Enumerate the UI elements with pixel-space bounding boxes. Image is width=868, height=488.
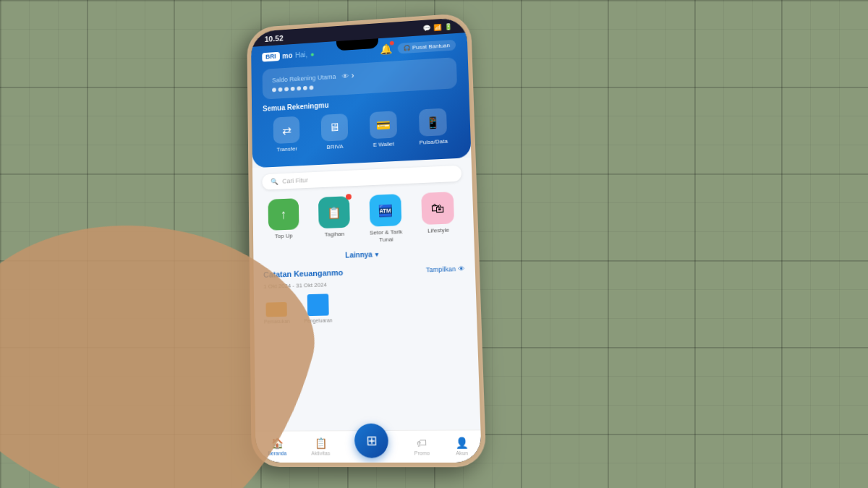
feature-setor[interactable]: 🏧 Setor & Tarik Tunai xyxy=(364,194,408,244)
balance-dot xyxy=(303,86,307,90)
search-placeholder: Cari Fitur xyxy=(282,176,308,184)
pulsa-label: Pulsa/Data xyxy=(420,138,448,146)
tagihan-label: Tagihan xyxy=(325,231,345,238)
promo-icon: 🏷 xyxy=(417,437,427,449)
user-status-dot: ● xyxy=(310,50,315,58)
help-label: Pusat Bantuan xyxy=(412,42,450,51)
activity-icon: 📋 xyxy=(314,437,326,450)
nav-aktivitas[interactable]: 📋 Aktivitas xyxy=(311,437,331,458)
header-section: BRI mo Hai, ● 🔔 xyxy=(251,33,471,168)
signal-icon: 📶 xyxy=(433,24,441,31)
eye-icon[interactable]: 👁 xyxy=(341,72,349,80)
lainnya-button[interactable]: Lainnya ▾ xyxy=(263,247,464,262)
bottom-navigation: 🏠 Beranda 📋 Aktivitas ⊞ xyxy=(255,429,482,463)
date-range: 1 Okt 2024 - 31 Okt 2024 xyxy=(263,278,465,290)
pulsa-icon: 📱 xyxy=(419,108,447,136)
chevron-down-icon: ▾ xyxy=(375,250,379,258)
qr-icon: ⊞ xyxy=(366,432,378,449)
ewallet-label: E Wallet xyxy=(373,141,394,148)
action-pulsa[interactable]: 📱 Pulsa/Data xyxy=(418,108,448,145)
lifestyle-symbol: 🛍 xyxy=(431,200,445,216)
feature-lifestyle[interactable]: 🛍 Lifestyle xyxy=(415,192,461,242)
setor-icon: 🏧 xyxy=(370,194,402,226)
balance-dot xyxy=(310,85,314,90)
balance-dot xyxy=(284,87,289,91)
action-briva[interactable]: 🖥 BRIVA xyxy=(321,114,349,150)
scene: 10.52 💬 📶 🔋 BRI xyxy=(0,0,868,488)
nav-qr[interactable]: ⊞ xyxy=(354,437,388,458)
balance-dot xyxy=(272,87,276,92)
atm-symbol: 🏧 xyxy=(378,203,393,218)
nav-aktivitas-label: Aktivitas xyxy=(311,450,330,455)
setor-label: Setor & Tarik Tunai xyxy=(365,228,408,244)
help-center-button[interactable]: 🎧 Pusat Bantuan xyxy=(397,39,456,53)
notification-button[interactable]: 🔔 xyxy=(380,43,392,55)
topup-label: Top Up xyxy=(275,233,293,240)
transfer-label: Transfer xyxy=(277,145,297,153)
greeting-text: Hai, xyxy=(295,51,307,59)
eye-small-icon: 👁 xyxy=(458,265,465,273)
balance-dot xyxy=(278,87,283,92)
account-icon: 👤 xyxy=(455,437,468,449)
feature-grid: ↑ Top Up 📋 Tagihan xyxy=(263,192,464,247)
lifestyle-label: Lifestyle xyxy=(427,227,449,235)
app-logo: BRI mo Hai, ● xyxy=(262,49,315,61)
catatan-header: Catatan Keuanganmo Tampilkan 👁 xyxy=(263,265,465,279)
search-bar[interactable]: 🔍 Cari Fitur xyxy=(262,166,461,190)
action-ewallet[interactable]: 💳 E Wallet xyxy=(370,111,398,148)
lainnya-label: Lainnya xyxy=(345,251,373,260)
battery-icon: 🔋 xyxy=(444,23,452,30)
feature-topup[interactable]: ↑ Top Up xyxy=(263,198,305,247)
balance-arrow[interactable]: › xyxy=(352,71,354,81)
search-icon: 🔍 xyxy=(271,178,278,185)
notification-badge xyxy=(389,41,393,46)
headset-icon: 🎧 xyxy=(403,44,410,51)
topup-arrow: ↑ xyxy=(280,207,286,222)
nav-akun-label: Akun xyxy=(456,450,468,455)
action-transfer[interactable]: ⇄ Transfer xyxy=(273,116,300,153)
chat-icon: 💬 xyxy=(422,25,430,32)
feature-tagihan[interactable]: 📋 Tagihan xyxy=(312,196,356,246)
topup-icon: ↑ xyxy=(268,198,299,231)
pengeluaran-bar xyxy=(307,294,329,317)
nav-promo[interactable]: 🏷 Promo xyxy=(414,437,430,458)
nav-akun[interactable]: 👤 Akun xyxy=(455,437,469,458)
balance-dot xyxy=(297,86,301,90)
balance-card[interactable]: Saldo Rekening Utama 👁 › xyxy=(263,57,458,100)
tagihan-icon: 📋 xyxy=(318,196,350,228)
status-icons: 💬 📶 🔋 xyxy=(422,23,452,32)
tampilkan-button[interactable]: Tampilkan 👁 xyxy=(426,265,465,274)
bri-badge: BRI xyxy=(262,51,279,61)
briva-icon: 🖥 xyxy=(321,114,349,142)
balance-dot xyxy=(291,87,295,91)
tagihan-symbol: 📋 xyxy=(327,205,341,220)
lifestyle-icon: 🛍 xyxy=(421,192,454,225)
top-action-icons: 🔔 🎧 Pusat Bantuan xyxy=(380,39,456,55)
nav-promo-label: Promo xyxy=(414,450,430,455)
tagihan-badge xyxy=(346,194,352,200)
transfer-icon: ⇄ xyxy=(273,116,300,144)
status-time: 10.52 xyxy=(265,34,284,43)
ewallet-icon: 💳 xyxy=(370,111,397,139)
app-name: mo xyxy=(282,51,292,59)
briva-label: BRIVA xyxy=(327,143,344,150)
